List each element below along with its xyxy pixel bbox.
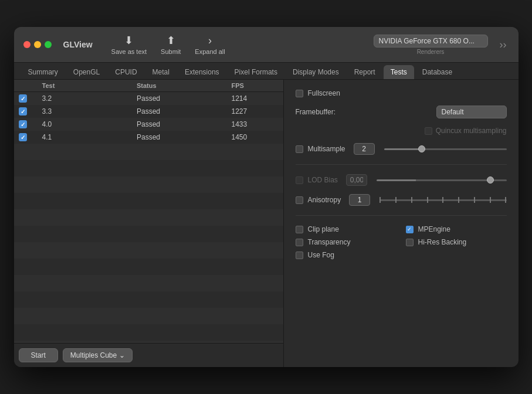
title-bar: GLView ⬇ Save as text ⬆ Submit › Expand … [14,27,519,63]
lod-slider-track[interactable] [377,179,507,181]
mpengine-label: MPEngine [418,225,450,233]
table-row-empty [14,193,283,209]
bottom-bar: Start Multiples Cube ⌄ [14,343,283,367]
submit-icon: ⬆ [167,34,175,47]
multisample-input[interactable] [354,143,375,155]
table-row-empty [14,242,283,259]
expand-icon: › [208,35,212,47]
table-row: 3.3 Passed 1227 [14,105,283,118]
app-window: GLView ⬇ Save as text ⬆ Submit › Expand … [14,27,519,367]
table-row: 3.2 Passed 1214 [14,92,283,105]
multiples-cube-dropdown[interactable]: Multiples Cube ⌄ [63,348,133,362]
tab-bar: Summary OpenGL CPUID Metal Extensions Pi… [14,63,519,80]
use-fog-label: Use Fog [308,251,334,259]
row-test-2: 3.3 [42,107,137,116]
table-row-empty [14,275,283,291]
col-test: Test [42,82,137,89]
row-fps-4: 1450 [232,133,279,141]
chevron-right-icon[interactable]: ›› [497,36,509,53]
expand-label: Expand all [195,48,225,55]
table-row-empty [14,324,283,341]
lod-input[interactable] [346,174,367,186]
traffic-lights [23,41,52,48]
lod-slider-thumb[interactable] [487,176,494,184]
col-check [19,82,42,89]
anisotropy-checkbox[interactable] [296,196,303,204]
tab-tests[interactable]: Tests [384,65,414,79]
framebuffer-row: Framebuffer: Default [296,106,507,118]
fullscreen-button[interactable] [45,41,52,48]
tab-opengl[interactable]: OpenGL [66,65,107,79]
save-text-button[interactable]: ⬇ Save as text [111,34,147,55]
row-test-1: 3.2 [42,94,137,103]
tab-report[interactable]: Report [347,65,382,79]
anisotropy-slider-container [379,199,506,201]
table-row-empty [14,308,283,324]
mpengine-checkbox[interactable]: ✓ [406,226,414,233]
anisotropy-label: Anisotropy [308,196,341,204]
multisample-slider-track[interactable] [384,148,507,150]
transparency-row: Transparency [296,238,397,246]
options-grid: Clip plane ✓ MPEngine Transparency Hi-Re… [296,225,507,259]
row-status-1: Passed [137,94,232,103]
row-test-4: 4.1 [42,133,137,141]
submit-button[interactable]: ⬆ Submit [161,34,181,55]
lod-checkbox[interactable] [296,176,303,184]
clip-plane-checkbox[interactable] [296,226,303,233]
row-checkbox-4[interactable] [19,133,27,141]
dropdown-arrow-icon: ⌄ [119,351,125,359]
table-row: 4.1 Passed 1450 [14,131,283,144]
tab-pixel-formats[interactable]: Pixel Formats [228,65,284,79]
start-button[interactable]: Start [19,348,58,362]
fullscreen-checkbox[interactable] [296,90,303,97]
anisotropy-row: Anisotropy [296,194,507,206]
fullscreen-row: Fullscreen [296,89,507,97]
content-area: Test Status FPS 3.2 Passed 1214 3.3 Pass… [14,80,519,367]
tab-metal[interactable]: Metal [145,65,177,79]
expand-all-button[interactable]: › Expand all [195,35,225,55]
framebuffer-label: Framebuffer: [296,108,348,116]
row-status-4: Passed [137,133,232,141]
anisotropy-slider-track[interactable] [379,199,506,201]
row-checkbox-3[interactable] [19,120,27,128]
table-row-empty [14,209,283,226]
lod-row: LOD Bias [296,174,507,186]
minimize-button[interactable] [34,41,41,48]
table-row-empty [14,160,283,176]
multisample-checkbox[interactable] [296,145,303,153]
divider-1 [296,164,507,165]
col-fps: FPS [232,82,279,89]
use-fog-checkbox[interactable] [296,252,303,259]
right-panel: Fullscreen Framebuffer: Default Quincux … [284,80,519,367]
anisotropy-input[interactable] [349,194,370,206]
framebuffer-select[interactable]: Default [436,106,507,118]
table-row-empty [14,226,283,242]
app-title: GLView [63,40,93,49]
quincux-checkbox[interactable] [425,127,432,135]
multisample-slider-container [384,148,507,150]
multisample-slider-thumb[interactable] [418,145,425,152]
table-row: 4.0 Passed 1433 [14,118,283,131]
row-checkbox-1[interactable] [19,94,27,103]
renderer-select[interactable]: NVIDIA GeForce GTX 680 O... [374,35,488,47]
close-button[interactable] [23,41,31,48]
row-checkbox-2[interactable] [19,107,27,116]
left-panel: Test Status FPS 3.2 Passed 1214 3.3 Pass… [14,80,284,367]
row-fps-3: 1433 [232,120,279,128]
tab-summary[interactable]: Summary [21,65,65,79]
tab-cpuid[interactable]: CPUID [108,65,144,79]
toolbar: ⬇ Save as text ⬆ Submit › Expand all [111,34,225,55]
renderer-dropdown[interactable]: NVIDIA GeForce GTX 680 O... Renderers [374,35,488,55]
row-fps-2: 1227 [232,107,279,116]
quincux-label: Quincux multisampling [436,127,507,135]
tab-database[interactable]: Database [415,65,459,79]
hires-checkbox[interactable] [406,239,414,246]
tab-display-modes[interactable]: Display Modes [286,65,346,79]
table-row-empty [14,144,283,160]
save-label: Save as text [111,48,147,55]
mpengine-row: ✓ MPEngine [406,225,507,233]
transparency-checkbox[interactable] [296,239,303,246]
submit-label: Submit [161,48,181,55]
multisample-label: Multisample [308,145,345,153]
tab-extensions[interactable]: Extensions [178,65,226,79]
